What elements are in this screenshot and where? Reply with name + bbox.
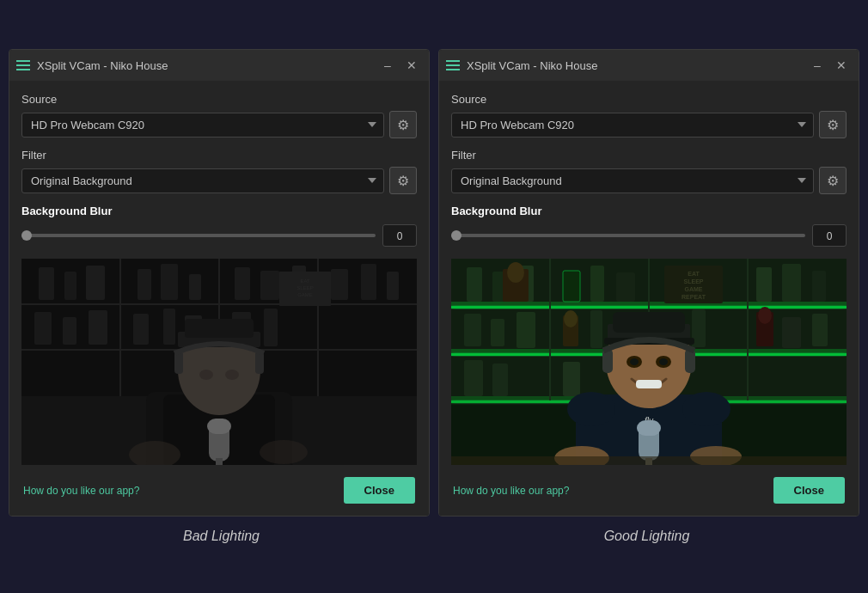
close-button-good[interactable]: Close (773, 477, 845, 504)
svg-rect-113 (451, 259, 847, 465)
captions-row: Bad Lighting Good Lighting (13, 522, 855, 544)
svg-rect-13 (189, 274, 201, 300)
menu-icon-good[interactable] (446, 60, 460, 70)
filter-dropdown-bad[interactable]: Original Background (21, 168, 384, 193)
blur-slider-bad[interactable] (21, 234, 376, 237)
title-bar-bad: XSplit VCam - Niko House – ✕ (9, 50, 429, 81)
svg-rect-18 (361, 264, 376, 300)
svg-rect-20 (34, 312, 52, 345)
title-bar-good: XSplit VCam - Niko House – ✕ (439, 50, 859, 81)
minimize-button-good[interactable]: – (807, 55, 828, 76)
title-text-good: XSplit VCam - Niko House (467, 59, 800, 72)
close-window-button-bad[interactable]: ✕ (401, 55, 422, 76)
source-row-good: HD Pro Webcam C920 ⚙ (451, 111, 847, 138)
svg-rect-19 (387, 272, 399, 300)
window-body-bad: Source HD Pro Webcam C920 ⚙ Filter Origi… (9, 81, 429, 516)
caption-bad-area: Bad Lighting (13, 522, 430, 544)
caption-good-area: Good Lighting (438, 522, 855, 544)
filter-gear-button-good[interactable]: ⚙ (819, 167, 847, 194)
blur-value-bad: 0 (382, 224, 417, 247)
svg-rect-24 (163, 309, 175, 345)
svg-text:GAME: GAME (297, 292, 313, 297)
svg-point-41 (225, 370, 239, 380)
filter-label-good: Filter (451, 149, 847, 162)
filter-gear-button-bad[interactable]: ⚙ (389, 167, 417, 194)
close-window-button-good[interactable]: ✕ (831, 55, 852, 76)
svg-rect-8 (39, 267, 54, 300)
svg-rect-22 (89, 310, 107, 345)
minimize-button-bad[interactable]: – (377, 55, 398, 76)
source-gear-button-bad[interactable]: ⚙ (389, 111, 417, 138)
source-row-bad: HD Pro Webcam C920 ⚙ (21, 111, 417, 138)
panels-container: XSplit VCam - Niko House – ✕ Source HD P… (9, 49, 859, 517)
svg-rect-37 (185, 319, 254, 338)
svg-text:SLEEP: SLEEP (296, 285, 313, 290)
svg-rect-14 (235, 267, 250, 300)
blur-slider-good[interactable] (451, 234, 805, 237)
svg-point-46 (260, 440, 308, 464)
close-button-bad[interactable]: Close (344, 477, 415, 504)
blur-label-bad: Background Blur (21, 205, 417, 217)
svg-rect-17 (331, 269, 348, 300)
blur-label-good: Background Blur (451, 205, 847, 217)
filter-row-good: Original Background ⚙ (451, 167, 847, 194)
slider-row-good: 0 (451, 224, 847, 247)
svg-rect-15 (260, 271, 279, 300)
svg-rect-12 (161, 264, 178, 300)
source-dropdown-good[interactable]: HD Pro Webcam C920 (451, 113, 814, 138)
blur-value-good: 0 (812, 224, 847, 247)
svg-rect-23 (133, 314, 149, 345)
feedback-link-good[interactable]: How do you like our app? (453, 485, 569, 497)
caption-bad: Bad Lighting (13, 529, 430, 544)
feedback-link-bad[interactable]: How do you like our app? (23, 485, 139, 497)
svg-rect-21 (63, 317, 76, 345)
source-dropdown-bad[interactable]: HD Pro Webcam C920 (21, 113, 384, 138)
footer-bad: How do you like our app? Close (21, 477, 417, 504)
svg-rect-11 (138, 269, 151, 300)
window-body-good: Source HD Pro Webcam C920 ⚙ Filter Origi… (439, 81, 859, 516)
svg-rect-10 (86, 266, 105, 300)
window-good-lighting: XSplit VCam - Niko House – ✕ Source HD P… (438, 49, 859, 517)
source-label-good: Source (451, 93, 847, 106)
menu-icon[interactable] (16, 60, 30, 70)
title-controls-good: – ✕ (807, 55, 852, 76)
source-label-bad: Source (21, 93, 417, 106)
title-text-bad: XSplit VCam - Niko House (37, 59, 370, 72)
footer-good: How do you like our app? Close (451, 477, 847, 504)
title-controls-bad: – ✕ (377, 55, 422, 76)
source-gear-button-good[interactable]: ⚙ (819, 111, 847, 138)
svg-text:EAT: EAT (300, 278, 310, 284)
filter-dropdown-good[interactable]: Original Background (451, 168, 814, 193)
svg-point-40 (199, 370, 213, 380)
svg-rect-43 (207, 419, 231, 434)
window-bad-lighting: XSplit VCam - Niko House – ✕ Source HD P… (9, 49, 430, 517)
filter-row-bad: Original Background ⚙ (21, 167, 417, 194)
filter-label-bad: Filter (21, 149, 417, 162)
webcam-preview-bad: EAT SLEEP GAME (21, 259, 417, 465)
caption-good: Good Lighting (438, 529, 855, 544)
svg-rect-27 (264, 309, 278, 346)
svg-rect-44 (216, 458, 223, 465)
slider-row-bad: 0 (21, 224, 417, 247)
webcam-preview-good: EAT SLEEP GAME REPEAT (451, 259, 847, 465)
svg-rect-9 (64, 272, 76, 300)
